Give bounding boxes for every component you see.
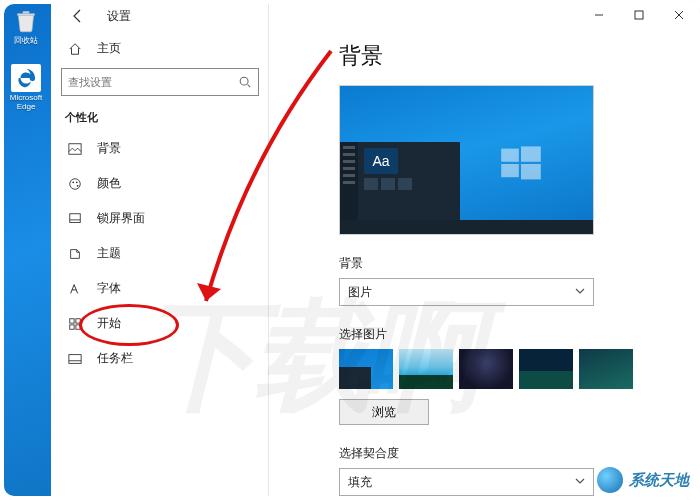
sidebar-item-label: 背景 (97, 140, 121, 157)
svg-rect-2 (69, 143, 81, 154)
window-app-title: 设置 (107, 8, 131, 25)
browse-button-label: 浏览 (372, 404, 396, 421)
themes-icon (67, 246, 83, 262)
start-icon (67, 316, 83, 332)
edge-shortcut[interactable]: Microsoft Edge (9, 64, 43, 112)
sidebar-item-lockscreen[interactable]: 锁屏界面 (51, 201, 268, 236)
svg-point-4 (72, 181, 74, 183)
background-section-label: 背景 (339, 255, 700, 272)
svg-rect-14 (521, 146, 541, 161)
edge-icon (11, 64, 41, 92)
home-nav[interactable]: 主页 (51, 33, 268, 64)
picture-thumbnail[interactable] (339, 349, 393, 389)
desktop-background: 回收站 Microsoft Edge (1, 1, 51, 500)
picture-thumbnail[interactable] (459, 349, 513, 389)
window-minimize-button[interactable] (579, 1, 619, 29)
watermark-globe-icon (597, 467, 623, 493)
sidebar-item-label: 锁屏界面 (97, 210, 145, 227)
svg-rect-15 (501, 164, 519, 177)
sidebar-item-themes[interactable]: 主题 (51, 236, 268, 271)
preview-taskbar (340, 220, 593, 234)
page-title: 背景 (339, 41, 700, 71)
window-maximize-button[interactable] (619, 1, 659, 29)
sidebar-item-label: 字体 (97, 280, 121, 297)
home-label: 主页 (97, 40, 121, 57)
watermark-text: 系统天地 (629, 471, 689, 490)
svg-rect-7 (70, 213, 81, 222)
back-button[interactable] (67, 5, 89, 27)
picture-icon (67, 141, 83, 157)
svg-point-3 (70, 178, 81, 189)
search-icon (238, 75, 252, 93)
settings-content: 背景 Aa 背景 图片 选择图片 (269, 29, 700, 500)
sidebar-item-label: 颜色 (97, 175, 121, 192)
select-value: 图片 (348, 284, 372, 301)
svg-point-5 (76, 181, 78, 183)
svg-rect-16 (521, 164, 541, 179)
window-close-button[interactable] (659, 1, 699, 29)
sidebar-item-taskbar[interactable]: 任务栏 (51, 341, 268, 376)
preview-accent-tile: Aa (364, 148, 398, 174)
svg-rect-8 (70, 318, 74, 322)
recycle-bin-shortcut[interactable]: 回收站 (9, 7, 43, 46)
recycle-bin-label: 回收站 (14, 37, 38, 46)
fit-select[interactable]: 填充 (339, 468, 594, 496)
home-icon (67, 41, 83, 57)
sidebar-item-colors[interactable]: 颜色 (51, 166, 268, 201)
svg-rect-9 (76, 318, 80, 322)
sidebar-item-label: 主题 (97, 245, 121, 262)
font-icon (67, 281, 83, 297)
site-watermark: 系统天地 (597, 467, 689, 493)
sidebar-item-fonts[interactable]: 字体 (51, 271, 268, 306)
picture-thumbnail[interactable] (519, 349, 573, 389)
background-type-select[interactable]: 图片 (339, 278, 594, 306)
background-preview: Aa (339, 85, 594, 235)
sidebar-item-label: 开始 (97, 315, 121, 332)
sidebar-item-background[interactable]: 背景 (51, 131, 268, 166)
palette-icon (67, 176, 83, 192)
svg-rect-10 (70, 324, 74, 328)
taskbar-icon (67, 351, 83, 367)
select-value: 填充 (348, 474, 372, 491)
chevron-down-icon (575, 475, 585, 489)
picture-thumbnail[interactable] (399, 349, 453, 389)
svg-rect-13 (501, 149, 519, 162)
svg-rect-11 (76, 324, 80, 328)
fit-label: 选择契合度 (339, 445, 700, 462)
picture-thumbnail[interactable] (579, 349, 633, 389)
svg-point-6 (77, 184, 79, 186)
sidebar-category: 个性化 (51, 102, 268, 131)
chevron-down-icon (575, 285, 585, 299)
sidebar-item-label: 任务栏 (97, 350, 133, 367)
svg-rect-0 (635, 11, 643, 19)
preview-start-menu: Aa (340, 142, 460, 220)
sidebar-item-start[interactable]: 开始 (51, 306, 268, 341)
browse-button[interactable]: 浏览 (339, 399, 429, 425)
lockscreen-icon (67, 211, 83, 227)
settings-search[interactable] (61, 68, 259, 96)
settings-sidebar: 设置 主页 个性化 背景 颜色 锁屏界面 (51, 1, 269, 500)
picture-thumbnail-row (339, 349, 700, 389)
svg-rect-12 (69, 354, 81, 363)
recycle-bin-icon (11, 7, 41, 35)
search-input[interactable] (62, 70, 230, 94)
svg-point-1 (240, 77, 248, 85)
choose-picture-label: 选择图片 (339, 326, 700, 343)
settings-window: 设置 主页 个性化 背景 颜色 锁屏界面 (51, 1, 700, 500)
edge-label: Microsoft Edge (9, 94, 43, 112)
windows-logo-icon (499, 142, 543, 190)
